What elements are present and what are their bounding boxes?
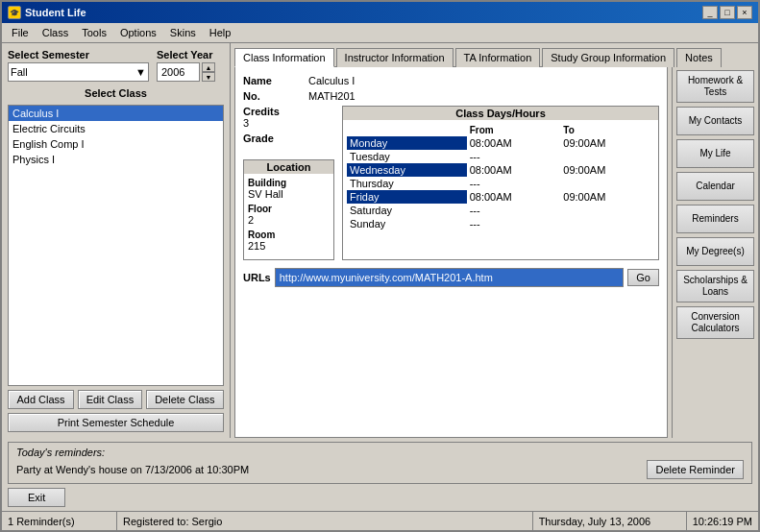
- day-friday: Friday: [347, 190, 467, 204]
- table-row: Saturday ---: [347, 204, 654, 217]
- class-list-item[interactable]: English Comp I: [9, 136, 223, 152]
- wednesday-from: 08:00AM: [467, 163, 561, 177]
- my-degrees-button[interactable]: My Degree(s): [676, 237, 754, 266]
- saturday-from: ---: [467, 204, 561, 217]
- calendar-button[interactable]: Calendar: [676, 172, 754, 201]
- day-sunday: Sunday: [347, 217, 467, 230]
- menu-bar: File Class Tools Options Skins Help: [2, 23, 758, 43]
- menu-help[interactable]: Help: [204, 25, 237, 40]
- tab-instructor-information[interactable]: Instructor Information: [336, 48, 454, 67]
- semester-year-row: Select Semester Fall ▼ Select Year 2006 …: [8, 49, 224, 82]
- day-thursday: Thursday: [347, 177, 467, 190]
- semester-section: Select Semester Fall ▼: [8, 49, 149, 82]
- app-icon: 🎓: [8, 6, 21, 19]
- room-value: 215: [248, 240, 330, 252]
- content-with-sidebar: Name Calculus I No. MATH201 Credits 3: [231, 66, 758, 438]
- menu-tools[interactable]: Tools: [76, 25, 112, 40]
- my-life-button[interactable]: My Life: [676, 139, 754, 168]
- grade-value: [243, 144, 334, 156]
- year-spinners: ▲ ▼: [202, 62, 215, 82]
- menu-file[interactable]: File: [6, 25, 35, 40]
- no-label: No.: [243, 90, 301, 102]
- tab-class-information[interactable]: Class Information: [234, 48, 334, 67]
- year-down-button[interactable]: ▼: [202, 72, 215, 82]
- year-section: Select Year 2006 ▲ ▼: [157, 49, 224, 82]
- maximize-button[interactable]: □: [720, 6, 735, 19]
- reminder-text: Party at Wendy's house on 7/13/2006 at 1…: [16, 464, 249, 475]
- tab-ta-information[interactable]: TA Information: [455, 48, 541, 67]
- day-tuesday: Tuesday: [347, 150, 467, 163]
- name-label: Name: [243, 75, 301, 86]
- semester-dropdown[interactable]: Fall ▼: [8, 62, 149, 82]
- exit-button[interactable]: Exit: [8, 488, 65, 507]
- bottom-area: Today's reminders: Party at Wendy's hous…: [2, 438, 758, 511]
- status-time: 10:26:19 PM: [687, 512, 758, 530]
- credits-value: 3: [243, 117, 334, 129]
- main-content: Select Semester Fall ▼ Select Year 2006 …: [2, 43, 758, 438]
- building-value: SV Hall: [248, 188, 330, 200]
- url-row: URLs Go: [243, 268, 659, 287]
- day-col-header: [347, 124, 467, 136]
- table-row: Wednesday 08:00AM 09:00AM: [347, 163, 654, 177]
- year-label: Select Year: [157, 49, 224, 60]
- close-button[interactable]: ×: [737, 6, 752, 19]
- from-col-header: From: [467, 124, 561, 136]
- class-name-row: Name Calculus I: [243, 75, 659, 86]
- edit-class-button[interactable]: Edit Class: [78, 390, 143, 409]
- table-row: Monday 08:00AM 09:00AM: [347, 136, 654, 150]
- scholarships-loans-button[interactable]: Scholarships & Loans: [676, 270, 754, 302]
- wednesday-to: 09:00AM: [560, 163, 654, 177]
- tab-bar: Class Information Instructor Information…: [231, 43, 758, 66]
- title-bar: 🎓 Student Life _ □ ×: [2, 2, 758, 23]
- menu-class[interactable]: Class: [37, 25, 75, 40]
- status-registered: Registered to: Sergio: [117, 512, 533, 530]
- tab-notes[interactable]: Notes: [676, 48, 722, 67]
- reminder-title: Today's reminders:: [16, 447, 744, 458]
- class-list[interactable]: Calculus I Electric Circuits English Com…: [8, 105, 224, 386]
- go-button[interactable]: Go: [627, 269, 659, 286]
- tuesday-to: [560, 150, 654, 163]
- menu-options[interactable]: Options: [114, 25, 162, 40]
- day-saturday: Saturday: [347, 204, 467, 217]
- class-list-item[interactable]: Calculus I: [9, 106, 223, 121]
- table-row: Thursday ---: [347, 177, 654, 190]
- url-input[interactable]: [275, 268, 625, 287]
- credits-label: Credits: [243, 106, 334, 117]
- right-panel: Class Information Instructor Information…: [231, 43, 758, 438]
- right-sidebar: Homework & Tests My Contacts My Life Cal…: [672, 66, 758, 438]
- minimize-button[interactable]: _: [702, 6, 718, 19]
- friday-from: 08:00AM: [467, 190, 561, 204]
- semester-label: Select Semester: [8, 49, 149, 60]
- time-text: 10:26:19 PM: [693, 516, 752, 527]
- delete-reminder-button[interactable]: Delete Reminder: [647, 460, 744, 479]
- my-contacts-button[interactable]: My Contacts: [676, 107, 754, 135]
- menu-skins[interactable]: Skins: [164, 25, 202, 40]
- year-up-button[interactable]: ▲: [202, 62, 215, 72]
- to-col-header: To: [560, 124, 654, 136]
- day-monday: Monday: [347, 136, 467, 150]
- left-info: Credits 3 Grade Location Building: [243, 106, 334, 260]
- days-table: From To Monday 08:00AM 09:00AM: [347, 124, 654, 230]
- class-list-item[interactable]: Electric Circuits: [9, 121, 223, 136]
- thursday-from: ---: [467, 177, 561, 190]
- monday-to: 09:00AM: [560, 136, 654, 150]
- reminder-section: Today's reminders: Party at Wendy's hous…: [8, 442, 752, 484]
- status-date: Thursday, July 13, 2006: [533, 512, 687, 530]
- sunday-from: ---: [467, 217, 561, 230]
- homework-tests-button[interactable]: Homework & Tests: [676, 70, 754, 103]
- delete-class-button[interactable]: Delete Class: [146, 390, 223, 409]
- table-row: Tuesday ---: [347, 150, 654, 163]
- floor-label: Floor: [248, 204, 330, 214]
- date-text: Thursday, July 13, 2006: [539, 516, 651, 527]
- class-list-item[interactable]: Physics I: [9, 152, 223, 167]
- reminders-button[interactable]: Reminders: [676, 205, 754, 233]
- add-class-button[interactable]: Add Class: [8, 390, 73, 409]
- year-control: 2006 ▲ ▼: [157, 62, 224, 82]
- class-details: Credits 3 Grade Location Building: [243, 106, 659, 260]
- conversion-calculators-button[interactable]: Conversion Calculators: [676, 306, 754, 339]
- table-row: Friday 08:00AM 09:00AM: [347, 190, 654, 204]
- print-schedule-button[interactable]: Print Semester Schedule: [8, 413, 224, 432]
- status-reminders: 1 Reminder(s): [2, 512, 117, 530]
- location-title: Location: [244, 160, 333, 174]
- tab-study-group-information[interactable]: Study Group Information: [542, 48, 674, 67]
